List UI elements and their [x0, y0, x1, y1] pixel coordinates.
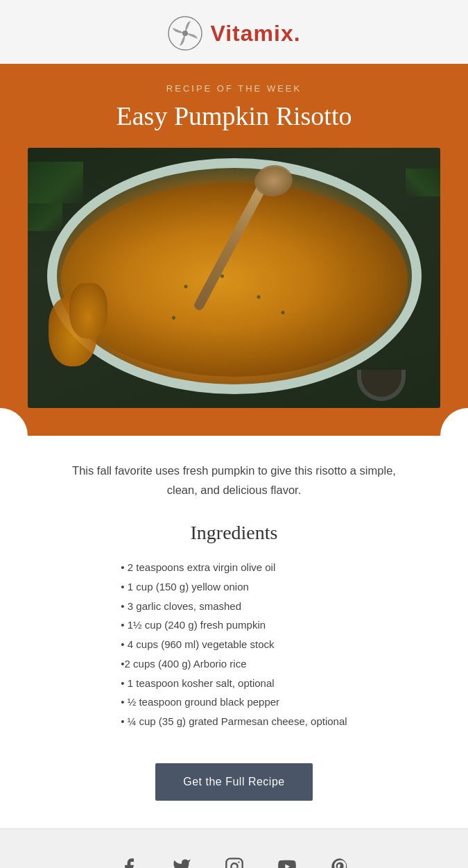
page-header: Vitamix. [0, 0, 468, 64]
svg-point-1 [182, 31, 188, 36]
recipe-title: Easy Pumpkin Risotto [14, 101, 454, 131]
ingredient-item: • 2 teaspoons extra virgin olive oil [121, 558, 347, 577]
ingredient-item: • 1 teaspoon kosher salt, optional [121, 674, 347, 693]
ingredients-heading: Ingredients [55, 522, 413, 544]
recipe-image [28, 148, 440, 408]
recipe-description: This fall favorite uses fresh pumpkin to… [55, 461, 413, 500]
ingredient-item: • 1 cup (150 g) yellow onion [121, 577, 347, 597]
cta-container: Get the Full Recipe [55, 763, 413, 801]
ingredient-item: • 4 cups (960 ml) vegetable stock [121, 635, 347, 654]
banner-section: RECIPE OF THE WEEK Easy Pumpkin Risotto [0, 64, 468, 436]
footer-section [0, 828, 468, 868]
ingredient-item: •2 cups (400 g) Arborio rice [121, 654, 347, 674]
twitter-icon[interactable] [169, 854, 194, 868]
social-icons-container [0, 854, 468, 868]
ingredient-item: • 3 garlic cloves, smashed [121, 597, 347, 616]
pinterest-icon[interactable] [327, 854, 352, 868]
banner-bottom-curve [0, 408, 468, 436]
facebook-icon[interactable] [116, 854, 141, 868]
content-section: This fall favorite uses fresh pumpkin to… [0, 436, 468, 828]
ingredient-item: • 1½ cup (240 g) fresh pumpkin [121, 615, 347, 635]
ingredient-item: • ½ teaspoon ground black pepper [121, 692, 347, 712]
ingredients-list: • 2 teaspoons extra virgin olive oil • 1… [121, 558, 347, 731]
youtube-icon[interactable] [275, 854, 300, 868]
vitamix-logo-text: Vitamix. [210, 21, 300, 46]
get-full-recipe-button[interactable]: Get the Full Recipe [155, 763, 312, 801]
instagram-icon[interactable] [222, 854, 247, 868]
logo-container: Vitamix. [167, 15, 300, 51]
recipe-of-week-label: RECIPE OF THE WEEK [14, 83, 454, 94]
recipe-image-container [0, 148, 468, 408]
ingredient-item: • ¼ cup (35 g) grated Parmesan cheese, o… [121, 712, 347, 731]
vitamix-logo-icon [167, 15, 203, 51]
recipe-banner: RECIPE OF THE WEEK Easy Pumpkin Risotto [0, 64, 468, 131]
